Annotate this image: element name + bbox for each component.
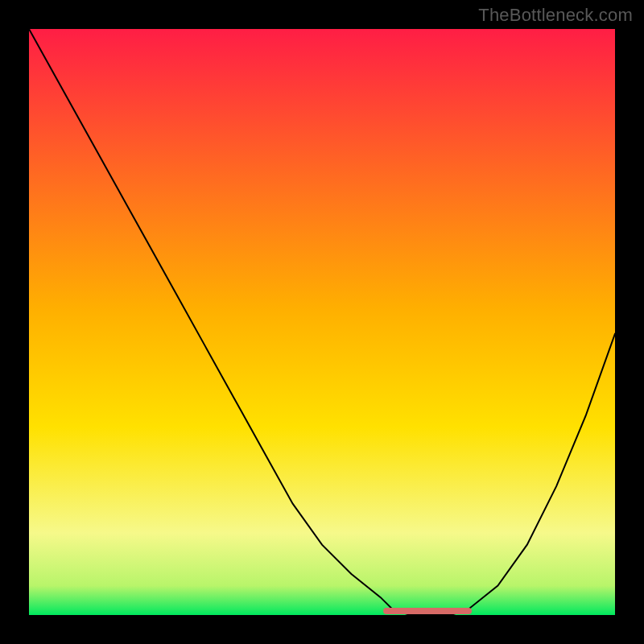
chart-frame: TheBottleneck.com xyxy=(0,0,644,644)
bottleneck-chart xyxy=(29,29,615,615)
gradient-bg xyxy=(29,29,615,615)
watermark-text: TheBottleneck.com xyxy=(478,5,633,26)
